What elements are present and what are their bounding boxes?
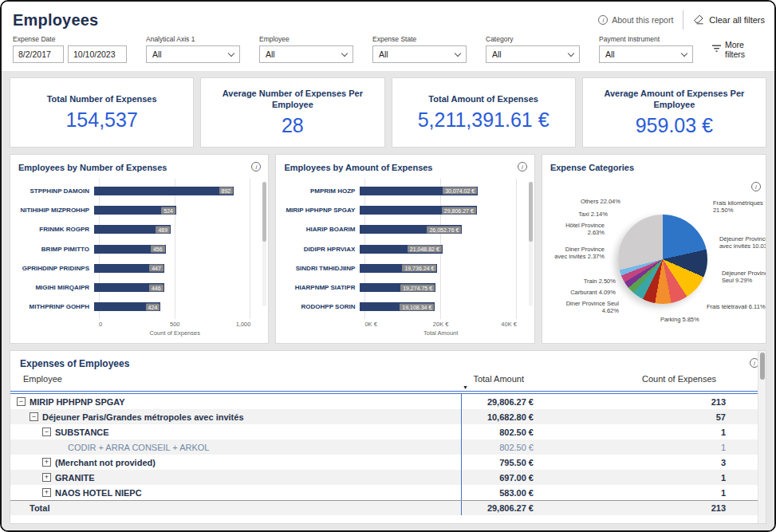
bar-row[interactable]: MITHPRINP GOHPH424: [18, 300, 260, 314]
bar-row[interactable]: GPRIHDINP PRIDINPS447: [18, 261, 260, 275]
scrollbar[interactable]: [262, 182, 266, 306]
column-header-label: Total Amount: [473, 374, 524, 384]
analytical-axis-dropdown[interactable]: All: [146, 45, 240, 63]
collapse-icon[interactable]: −: [17, 397, 26, 406]
chart-title: Employees by Number of Expenses: [18, 163, 260, 172]
bar[interactable]: 524: [94, 206, 176, 215]
x-axis-label: Count of Expenses: [99, 329, 250, 337]
bar-row[interactable]: FRINMK ROGPR489: [18, 223, 260, 237]
date-from-input[interactable]: [13, 45, 64, 63]
bar[interactable]: 446: [94, 283, 164, 292]
bar[interactable]: 30,074.02 €: [360, 187, 478, 195]
table-scrollbar[interactable]: [758, 351, 766, 523]
table-row[interactable]: +NAOS HOTEL NIEPC583.00 €1: [10, 485, 766, 500]
bar-row[interactable]: MIRIP HPHPNP SPGAY29,806.27 €: [284, 203, 526, 218]
employee-dropdown[interactable]: All: [259, 45, 353, 63]
bar-track: 26,052.76 €: [360, 225, 516, 234]
date-to-input[interactable]: [68, 45, 127, 63]
pie-slice-label: Diner Province avec invités 2.37%: [553, 246, 605, 260]
filter-expense-date: Expense Date: [13, 35, 127, 63]
eraser-icon: [693, 14, 704, 26]
bar[interactable]: 892: [94, 187, 234, 195]
top-bar: Employees i About this report Clear all …: [2, 2, 774, 71]
kpi-total-amount-of-expenses[interactable]: Total Amount of Expenses 5,211,391.61 €: [392, 77, 576, 148]
more-filters-label: More filters: [725, 40, 765, 59]
column-header-total-amount[interactable]: Total Amount ▼: [451, 374, 527, 390]
about-this-report-link[interactable]: i About this report: [598, 15, 673, 25]
bar-row[interactable]: BRIMP PIMITTO456: [18, 242, 260, 256]
info-icon[interactable]: i: [518, 162, 527, 171]
scrollbar-thumb[interactable]: [262, 182, 266, 242]
pie[interactable]: [618, 215, 707, 304]
more-filters-button[interactable]: More filters: [712, 40, 765, 63]
chart-title: Expense Categories: [550, 163, 758, 172]
bar[interactable]: 447: [94, 264, 164, 273]
bar[interactable]: 19,108.34 €: [360, 302, 435, 311]
bar-row[interactable]: DIDIPR HPRVIAX21,048.82 €: [284, 242, 526, 256]
filter-employee: Employee All: [259, 35, 353, 63]
collapse-icon[interactable]: −: [30, 412, 38, 421]
bar-row[interactable]: HIARPNMP SIATIPR19,274.75 €: [284, 281, 526, 295]
category-dropdown[interactable]: All: [486, 45, 580, 63]
bar-category-label: HIARIP BOARIM: [284, 226, 360, 233]
table-row[interactable]: −MIRIP HPHPNP SPGAY29,806.27 €213: [10, 394, 766, 409]
bar-row[interactable]: MIGIHI MIRQAIPR446: [18, 281, 260, 295]
bar[interactable]: 19,736.24 €: [360, 264, 437, 273]
bar-track: 30,074.02 €: [360, 187, 516, 195]
table-total-row[interactable]: Total29,806.27 €213: [10, 500, 766, 515]
expand-icon[interactable]: +: [42, 473, 51, 482]
scrollbar-thumb[interactable]: [529, 182, 533, 242]
count-cell: 1: [537, 485, 766, 500]
employee-label: Total: [30, 503, 49, 513]
scrollbar-thumb[interactable]: [760, 353, 765, 380]
expand-icon[interactable]: +: [42, 488, 51, 497]
expense-state-dropdown[interactable]: All: [372, 45, 467, 63]
column-header-employee[interactable]: Employee: [10, 374, 451, 384]
bar-value-label: 447: [149, 265, 163, 272]
bar[interactable]: 21,048.82 €: [360, 245, 442, 254]
bar-track: 524: [94, 206, 250, 215]
collapse-icon[interactable]: −: [42, 428, 51, 436]
clear-all-filters-button[interactable]: Clear all filters: [693, 14, 765, 26]
bar-row[interactable]: PMPRIM HOZP30,074.02 €: [284, 183, 526, 198]
table-row[interactable]: +GRANITE697.00 €1: [10, 470, 766, 485]
bar-value-label: 21,048.82 €: [408, 246, 442, 253]
bar-value-label: 892: [219, 187, 234, 195]
filter-label: Payment Instrument: [599, 35, 693, 43]
table-row[interactable]: −Déjeuner Paris/Grandes métropoles avec …: [10, 409, 766, 424]
bar[interactable]: 19,274.75 €: [360, 283, 435, 292]
amount-cell: 697.00 €: [461, 470, 537, 485]
scrollbar[interactable]: [529, 182, 533, 306]
table-row[interactable]: +(Merchant not provided)795.50 €3: [10, 455, 766, 470]
bar-row[interactable]: SINDRI TMHIDJIINP19,736.24 €: [284, 261, 526, 275]
bar-track: 447: [94, 264, 250, 273]
bar-row[interactable]: NITIHIHIP MIZPROHHP524: [18, 203, 260, 218]
payment-instrument-dropdown[interactable]: All: [599, 45, 693, 63]
table-row[interactable]: −SUBSTANCE802.50 €1: [10, 424, 766, 439]
column-header-count-of-expenses[interactable]: Count of Expenses: [527, 374, 756, 384]
filter-row: Expense Date Analytical Axis 1 All Emplo…: [13, 35, 765, 63]
pie-slice-label: Déjeuner Province avec invités 10.03%: [719, 235, 766, 250]
bar-row[interactable]: STPPHINP DAMOIN892: [18, 183, 260, 198]
bar[interactable]: 26,052.76 €: [360, 225, 462, 234]
bar[interactable]: 29,806.27 €: [360, 206, 476, 215]
bar-row[interactable]: RODOHPP SORIN19,108.34 €: [284, 300, 526, 314]
chart-expense-categories: Expense Categories i Frais kilométriques…: [542, 154, 766, 344]
bar-track: 19,736.24 €: [360, 264, 516, 273]
expand-icon[interactable]: +: [42, 458, 51, 467]
bar-value-label: 30,074.02 €: [443, 187, 477, 195]
kpi-average-number-of-expenses[interactable]: Average Number of Expenses Per Employee …: [200, 77, 384, 148]
table-row[interactable]: CODIR + ARRA CONSEIL + ARKOL802.50 €1: [10, 439, 766, 455]
bar[interactable]: 489: [94, 225, 171, 234]
bar-row[interactable]: HIARIP BOARIM26,052.76 €: [284, 223, 526, 237]
bar-category-label: FRINMK ROGPR: [18, 226, 94, 233]
axis-tick: 20K €: [433, 321, 449, 328]
bar[interactable]: 456: [94, 245, 166, 254]
bar[interactable]: 424: [94, 302, 160, 311]
bar-rows: STPPHINP DAMOIN892NITIHIHIP MIZPROHHP524…: [18, 179, 260, 319]
report-content: Total Number of Expenses 154,537 Average…: [2, 71, 774, 530]
bar-category-label: SINDRI TMHIDJIINP: [284, 265, 360, 272]
kpi-total-number-of-expenses[interactable]: Total Number of Expenses 154,537: [10, 77, 194, 148]
kpi-average-amount-of-expenses[interactable]: Average Amount of Expenses Per Employee …: [582, 77, 766, 148]
employee-label: Déjeuner Paris/Grandes métropoles avec i…: [42, 412, 244, 422]
